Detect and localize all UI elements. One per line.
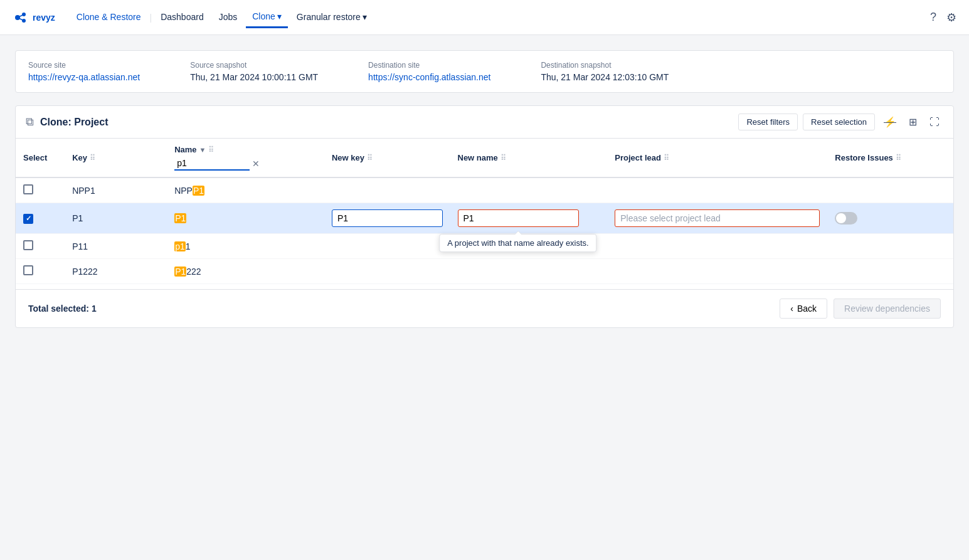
- name-filter-clear[interactable]: ✕: [252, 159, 260, 169]
- name-col-drag[interactable]: ⠿: [208, 145, 214, 154]
- footer-actions: ‹ Back Review dependencies: [780, 298, 941, 319]
- row4-name-post: 222: [186, 267, 201, 277]
- row1-newkey-cell: [324, 177, 450, 203]
- key-col-drag[interactable]: ⠿: [90, 154, 95, 162]
- destination-site-group: Destination site https://sync-config.atl…: [368, 61, 490, 82]
- row2-lead-select[interactable]: Please select project lead: [615, 209, 820, 227]
- review-dependencies-button[interactable]: Review dependencies: [834, 298, 941, 319]
- table-header-row: Select Key ⠿ Name ▼ ⠿: [16, 139, 953, 177]
- row2-key-cell: P1: [65, 203, 167, 234]
- row3-newkey-cell: [324, 234, 450, 259]
- clone-project-icon: ⧉: [26, 115, 34, 129]
- destination-site-url[interactable]: https://sync-config.atlassian.net: [368, 72, 490, 82]
- row2-newname-input[interactable]: [458, 209, 579, 227]
- reset-selection-button[interactable]: Reset selection: [803, 114, 875, 130]
- row1-name-cell: NPPP1: [167, 177, 324, 203]
- top-navigation: revyz Clone & Restore | Dashboard Jobs C…: [0, 0, 969, 35]
- granular-chevron-icon: ▾: [363, 12, 367, 22]
- row2-newname-cell: A project with that name already exists.: [450, 203, 608, 234]
- destination-snapshot-value: Thu, 21 Mar 2024 12:03:10 GMT: [541, 72, 669, 82]
- row1-lead-cell: [607, 177, 827, 203]
- nav-jobs[interactable]: Jobs: [213, 7, 244, 28]
- row4-checkbox[interactable]: [23, 265, 33, 275]
- logo[interactable]: revyz: [13, 9, 55, 26]
- row4-name-cell: P1222: [167, 259, 324, 284]
- columns-button[interactable]: ⊞: [905, 114, 921, 130]
- nav-clone-restore[interactable]: Clone & Restore: [70, 7, 147, 28]
- row1-newname-cell: [450, 177, 608, 203]
- destination-snapshot-label: Destination snapshot: [541, 61, 669, 70]
- name-filter-input[interactable]: [174, 157, 250, 171]
- logo-icon: [13, 9, 29, 26]
- row4-lead-cell: [607, 259, 827, 284]
- nav-clone[interactable]: Clone ▾: [246, 6, 288, 28]
- row2-newname-tooltip: A project with that name already exists.: [439, 234, 596, 252]
- logo-text: revyz: [33, 13, 55, 23]
- nav-right: ? ⚙: [930, 11, 956, 24]
- source-snapshot-label: Source snapshot: [190, 61, 318, 70]
- source-site-url[interactable]: https://revyz-qa.atlassian.net: [28, 72, 140, 82]
- info-bar: Source site https://revyz-qa.atlassian.n…: [15, 50, 954, 93]
- source-site-label: Source site: [28, 61, 140, 70]
- back-chevron-icon: ‹: [790, 304, 793, 314]
- row2-newkey-cell: [324, 203, 450, 234]
- row2-restore-toggle[interactable]: [835, 212, 857, 225]
- row2-newkey-input[interactable]: [332, 209, 443, 227]
- name-filter-wrapper: ✕: [174, 157, 317, 171]
- table-row: NPP1 NPPP1: [16, 177, 953, 203]
- row2-restore-cell: [827, 203, 953, 234]
- row4-newname-cell: [450, 259, 608, 284]
- footer-bar: Total selected: 1 ‹ Back Review dependen…: [16, 289, 953, 327]
- row1-checkbox[interactable]: [23, 184, 33, 194]
- reset-filters-button[interactable]: Reset filters: [738, 114, 798, 130]
- row1-key-cell: NPP1: [65, 177, 167, 203]
- destination-site-label: Destination site: [368, 61, 490, 70]
- back-button[interactable]: ‹ Back: [780, 298, 827, 319]
- row3-select-cell: [16, 234, 65, 259]
- row2-newname-tooltip-wrapper: A project with that name already exists.: [458, 209, 579, 227]
- row3-checkbox[interactable]: [23, 240, 33, 250]
- expand-button[interactable]: ⛶: [926, 114, 943, 130]
- expand-icon: ⛶: [929, 117, 940, 127]
- source-snapshot-group: Source snapshot Thu, 21 Mar 2024 10:00:1…: [190, 61, 318, 82]
- row1-key-value: NPP1: [72, 186, 95, 196]
- panel-title: Clone: Project: [40, 117, 732, 128]
- row4-key-value: P1222: [72, 267, 97, 277]
- main-content: Source site https://revyz-qa.atlassian.n…: [0, 35, 969, 343]
- row4-name-highlight: P1: [174, 267, 186, 277]
- row1-select-cell: [16, 177, 65, 203]
- col-header-restore: Restore Issues ⠿: [827, 139, 953, 177]
- restore-col-drag[interactable]: ⠿: [896, 154, 901, 162]
- row2-key-value: P1: [72, 213, 83, 223]
- row4-restore-cell: [827, 259, 953, 284]
- row3-name-post: 1: [186, 241, 191, 251]
- newname-col-drag[interactable]: ⠿: [500, 154, 506, 162]
- clone-chevron-icon: ▾: [277, 11, 282, 21]
- row2-lead-cell: Please select project lead: [607, 203, 827, 234]
- col-header-newkey: New key ⠿: [324, 139, 450, 177]
- row3-key-value: P11: [72, 241, 88, 251]
- filter-icon: ⚡: [884, 117, 896, 127]
- row1-name-highlight: P1: [193, 186, 204, 196]
- filter-toggle-button[interactable]: ⚡: [880, 114, 900, 130]
- row3-key-cell: P11: [65, 234, 167, 259]
- help-button[interactable]: ?: [930, 11, 936, 24]
- nav-dashboard[interactable]: Dashboard: [154, 7, 210, 28]
- row2-checkbox[interactable]: [23, 214, 33, 224]
- row3-name-cell: p11: [167, 234, 324, 259]
- name-sort-icon[interactable]: ▼: [199, 146, 206, 154]
- nav-granular-restore[interactable]: Granular restore ▾: [290, 7, 373, 28]
- col-header-lead: Project lead ⠿: [607, 139, 827, 177]
- destination-snapshot-group: Destination snapshot Thu, 21 Mar 2024 12…: [541, 61, 669, 82]
- row2-name-highlight: P1: [174, 213, 186, 223]
- table-row: P1 P1 A project with that name already e…: [16, 203, 953, 234]
- clone-panel: ⧉ Clone: Project Reset filters Reset sel…: [15, 105, 954, 328]
- newkey-col-drag[interactable]: ⠿: [367, 154, 373, 162]
- lead-col-drag[interactable]: ⠿: [664, 154, 669, 162]
- row3-name-highlight: p1: [174, 241, 186, 251]
- source-site-group: Source site https://revyz-qa.atlassian.n…: [28, 61, 140, 82]
- projects-table: Select Key ⠿ Name ▼ ⠿: [16, 139, 953, 284]
- settings-button[interactable]: ⚙: [946, 11, 956, 24]
- row3-restore-cell: [827, 234, 953, 259]
- source-snapshot-value: Thu, 21 Mar 2024 10:00:11 GMT: [190, 72, 318, 82]
